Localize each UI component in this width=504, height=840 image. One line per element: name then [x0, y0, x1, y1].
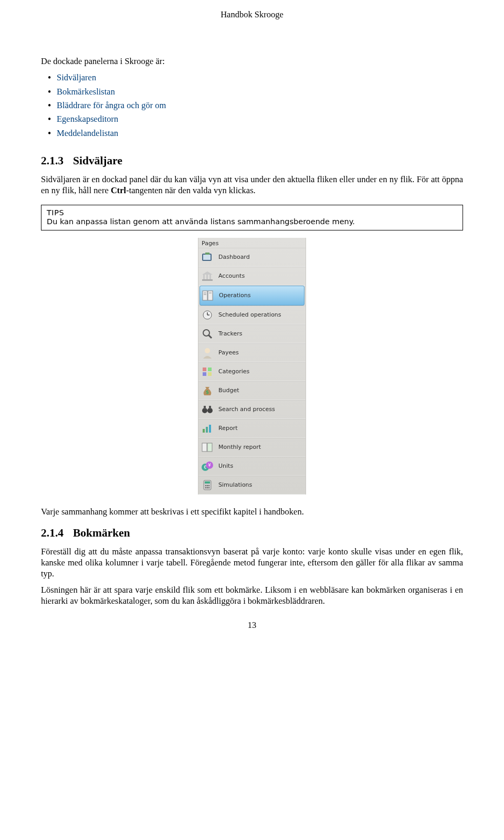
pages-label-accounts: Accounts: [218, 272, 245, 279]
section-214-num: 2.1.4: [41, 527, 64, 539]
svg-rect-30: [209, 425, 211, 433]
screenshot-wrap: Pages Dashboard Accounts Operations Sche…: [41, 238, 463, 495]
currency-icon: €¥: [201, 459, 214, 473]
svg-rect-31: [202, 443, 207, 452]
svg-rect-32: [207, 443, 212, 452]
calendar-report-icon: [201, 440, 214, 454]
panel-link-bokmarkeslistan[interactable]: Bokmärkeslistan: [57, 87, 115, 97]
pages-label-payees: Payees: [218, 349, 239, 356]
magnifier-icon: [201, 327, 214, 341]
pages-item-accounts: Accounts: [198, 267, 306, 286]
svg-rect-26: [204, 406, 206, 409]
section-213-para: Sidväljaren är en dockad panel där du ka…: [41, 174, 463, 196]
pages-item-budget: $ Budget: [198, 381, 306, 400]
pages-label-report: Report: [218, 425, 237, 432]
pages-item-trackers: Trackers: [198, 324, 306, 343]
panel-list: Sidväljaren Bokmärkeslistan Bläddrare fö…: [41, 72, 463, 139]
pages-item-categories: Categories: [198, 362, 306, 381]
section-213-num: 2.1.3: [41, 154, 64, 167]
pages-item-scheduled: Scheduled operations: [198, 306, 306, 324]
pages-label-budget: Budget: [218, 387, 239, 394]
svg-rect-9: [208, 291, 213, 300]
svg-point-41: [208, 485, 209, 486]
pages-label-monthly: Monthly report: [218, 444, 261, 450]
svg-rect-27: [209, 406, 211, 409]
pages-label-search: Search and process: [218, 406, 275, 413]
section-213-text-b: -tangenten när den valda vyn klickas.: [126, 185, 256, 195]
pages-label-units: Units: [218, 463, 233, 469]
pages-item-operations: Operations: [200, 286, 304, 306]
pages-item-dashboard: Dashboard: [198, 248, 306, 267]
svg-rect-5: [206, 275, 208, 279]
svg-rect-21: [203, 372, 206, 376]
svg-line-17: [208, 335, 212, 338]
svg-rect-4: [203, 275, 205, 279]
panel-link-sidvaljaren[interactable]: Sidväljaren: [57, 72, 96, 82]
svg-point-39: [205, 485, 206, 486]
svg-rect-7: [202, 279, 213, 281]
ctrl-key: Ctrl: [111, 185, 126, 195]
section-214-title: Bokmärken: [73, 527, 130, 539]
pages-label-simulations: Simulations: [218, 481, 252, 488]
pages-label-scheduled: Scheduled operations: [218, 311, 281, 318]
pages-label-categories: Categories: [218, 368, 249, 375]
svg-rect-29: [206, 427, 208, 433]
svg-point-18: [205, 348, 210, 353]
svg-rect-1: [203, 255, 211, 260]
binoculars-icon: [201, 403, 214, 416]
svg-rect-6: [209, 275, 211, 279]
pages-item-monthly: Monthly report: [198, 438, 306, 457]
page-header: Handbok Skrooge: [41, 9, 463, 20]
svg-rect-38: [205, 481, 210, 484]
svg-text:€: €: [204, 465, 206, 470]
pages-item-search: Search and process: [198, 400, 306, 419]
svg-rect-28: [203, 429, 205, 433]
pages-label-dashboard: Dashboard: [218, 254, 250, 260]
svg-rect-2: [205, 253, 209, 255]
after-screenshot-text: Varje sammanhang kommer att beskrivas i …: [41, 506, 463, 517]
pages-item-report: Report: [198, 419, 306, 438]
pages-header: Pages: [198, 238, 306, 248]
pages-label-operations: Operations: [219, 292, 250, 299]
section-214-para2: Lösningen här är att spara varje enskild…: [41, 584, 463, 606]
user-icon: [201, 346, 214, 360]
calculator-icon: [201, 478, 214, 492]
section-213-title: Sidväljare: [73, 154, 122, 167]
svg-point-44: [208, 487, 209, 488]
svg-point-42: [205, 487, 206, 488]
section-214-heading: 2.1.4Bokmärken: [41, 527, 463, 540]
tips-box: TIPS Du kan anpassa listan genom att anv…: [41, 205, 463, 230]
svg-rect-22: [208, 372, 212, 376]
pages-label-trackers: Trackers: [218, 330, 242, 337]
svg-point-43: [207, 487, 208, 488]
svg-rect-20: [208, 368, 212, 371]
tips-title: TIPS: [47, 208, 457, 217]
svg-point-40: [207, 485, 208, 486]
pages-item-simulations: Simulations: [198, 476, 306, 495]
intro-text: De dockade panelerna i Skrooge är:: [41, 56, 463, 67]
panel-link-egenskapseditorn[interactable]: Egenskapseditorn: [57, 114, 118, 124]
svg-rect-19: [203, 368, 206, 371]
categories-icon: [201, 365, 214, 379]
tips-body: Du kan anpassa listan genom att använda …: [47, 217, 457, 226]
clock-icon: [201, 308, 214, 322]
svg-rect-8: [203, 291, 207, 300]
pages-panel-screenshot: Pages Dashboard Accounts Operations Sche…: [198, 238, 306, 495]
page-number: 13: [41, 620, 463, 631]
operations-icon: [201, 289, 215, 302]
bank-icon: [201, 269, 214, 283]
pages-item-units: €¥ Units: [198, 457, 306, 476]
pages-item-payees: Payees: [198, 343, 306, 362]
svg-text:$: $: [206, 390, 209, 395]
dashboard-icon: [201, 250, 214, 264]
money-bag-icon: $: [201, 384, 214, 397]
svg-text:¥: ¥: [208, 463, 211, 468]
panel-link-meddelandelistan[interactable]: Meddelandelistan: [57, 128, 118, 138]
svg-marker-3: [202, 271, 213, 275]
section-214-para1: Föreställ dig att du måste anpassa trans…: [41, 546, 463, 579]
section-213-heading: 2.1.3Sidväljare: [41, 154, 463, 167]
chart-icon: [201, 422, 214, 435]
panel-link-bladdrare[interactable]: Bläddrare för ångra och gör om: [57, 100, 166, 110]
